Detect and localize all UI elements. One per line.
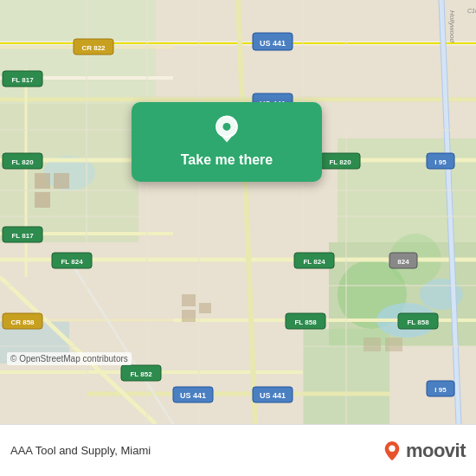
moovit-brand-text: moovit <box>406 440 466 462</box>
svg-text:FL 824: FL 824 <box>61 258 83 266</box>
svg-point-91 <box>389 445 395 451</box>
svg-text:I 95: I 95 <box>434 386 447 394</box>
svg-rect-83 <box>182 294 196 306</box>
svg-text:824: 824 <box>397 258 409 266</box>
svg-text:FL 817: FL 817 <box>11 232 34 240</box>
svg-rect-87 <box>385 338 402 351</box>
svg-text:FL 852: FL 852 <box>130 370 152 378</box>
svg-rect-86 <box>363 338 381 351</box>
svg-text:CR 858: CR 858 <box>10 318 35 326</box>
svg-text:CR 822: CR 822 <box>81 44 106 52</box>
svg-text:US 441: US 441 <box>260 391 286 400</box>
svg-rect-85 <box>199 303 211 313</box>
moovit-logo[interactable]: moovit <box>383 440 466 462</box>
map-view: US 441 CR 822 FL 817 US 441 FL 820 FL 82… <box>0 0 476 424</box>
location-pin-icon <box>211 114 242 145</box>
svg-rect-84 <box>182 310 196 322</box>
svg-text:C10 Spur: C10 Spur <box>467 8 476 15</box>
svg-text:FL 824: FL 824 <box>303 258 325 266</box>
svg-text:US 441: US 441 <box>260 39 286 48</box>
take-me-there-label: Take me there <box>181 152 273 168</box>
svg-text:FL 820: FL 820 <box>11 158 34 166</box>
map-copyright: © OpenStreetMap contributors <box>7 352 132 365</box>
take-me-there-card[interactable]: Take me there <box>132 102 322 182</box>
svg-text:FL 858: FL 858 <box>407 318 429 326</box>
svg-text:FL 817: FL 817 <box>11 76 34 84</box>
svg-rect-81 <box>54 173 69 189</box>
svg-rect-80 <box>35 173 50 189</box>
moovit-logo-icon <box>383 441 401 461</box>
bottom-bar: AAA Tool and Supply, Miami moovit <box>0 424 476 476</box>
svg-text:FL 820: FL 820 <box>329 158 351 166</box>
svg-text:Hollywood: Hollywood <box>448 10 456 42</box>
place-name-label: AAA Tool and Supply, Miami <box>10 444 151 457</box>
svg-point-90 <box>223 123 231 131</box>
svg-text:I 95: I 95 <box>434 158 447 166</box>
svg-text:US 441: US 441 <box>180 391 206 400</box>
svg-rect-82 <box>35 192 50 208</box>
svg-text:FL 858: FL 858 <box>294 318 317 326</box>
